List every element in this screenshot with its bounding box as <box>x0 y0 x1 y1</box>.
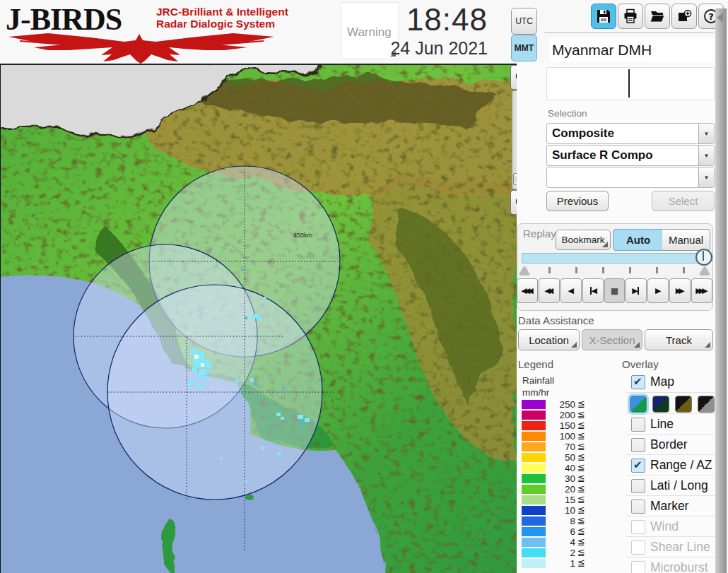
timezone-utc-button[interactable]: UTC <box>511 8 537 35</box>
location-button[interactable]: Location <box>518 329 580 350</box>
play-backward-button[interactable]: ◀ <box>560 278 582 303</box>
precipitation-echo <box>190 349 197 355</box>
map-style-swatches <box>626 392 715 414</box>
panel-scroll-strip[interactable] <box>715 8 727 573</box>
overlay-item-label: Microburst <box>650 560 708 573</box>
timezone-mmt-button[interactable]: MMT <box>511 35 537 61</box>
precipitation-echo <box>264 297 266 299</box>
legend-swatch <box>522 453 546 462</box>
print-button[interactable] <box>618 4 643 29</box>
wind-checkbox[interactable] <box>631 520 645 534</box>
map-style-1-swatch[interactable] <box>630 396 647 413</box>
chevron-down-icon[interactable]: ▼ <box>698 146 714 165</box>
replay-mode-auto-button[interactable]: Auto <box>613 229 664 251</box>
legend-value: 8 <box>547 516 575 526</box>
legend-operator: ≦ <box>577 483 585 494</box>
skip-to-end-button[interactable]: ▶ <box>626 278 647 303</box>
line-checkbox[interactable] <box>631 418 645 432</box>
shear-line-checkbox[interactable] <box>631 540 645 555</box>
legend-value: 150 <box>547 420 575 431</box>
play-backward-icon: ◀ <box>569 286 572 295</box>
track-button[interactable]: Track <box>645 329 713 350</box>
dropdown-extra[interactable]: ▼ <box>546 167 715 188</box>
stop-button[interactable]: ■ <box>604 278 626 303</box>
timeline-tick <box>683 267 685 273</box>
legend-swatch <box>522 495 546 504</box>
overlay-item-label: Shear Line <box>650 540 710 555</box>
replay-mode-manual-button[interactable]: Manual <box>662 229 710 251</box>
fast-backward-icon: ◀◀ <box>546 286 552 295</box>
timeline-tick <box>602 267 604 273</box>
clock-time: 18:48 <box>382 3 488 37</box>
bookmark-button[interactable]: Bookmark <box>556 230 611 250</box>
skip-to-start-button[interactable]: ◀ <box>582 278 604 303</box>
header-bar: J-BIRDS JRC-Brilliant & Intelligent Rada… <box>0 0 728 64</box>
legend-operator: ≦ <box>577 547 585 557</box>
legend-swatch <box>522 548 546 557</box>
timeline-tick <box>629 267 631 273</box>
lati-long-checkbox[interactable] <box>631 479 645 493</box>
overlay-item-label: Range / AZ <box>650 458 712 473</box>
open-folder-icon <box>650 8 665 24</box>
precipitation-echo <box>241 268 244 271</box>
timeline-start-marker[interactable] <box>519 266 529 275</box>
precipitation-echo <box>207 365 211 370</box>
range-az-checkbox[interactable] <box>631 459 645 473</box>
x-section-button[interactable]: X-Section <box>582 329 642 350</box>
jump-forward-button[interactable]: ▶▶▶ <box>691 278 712 303</box>
replay-slider-thumb[interactable] <box>695 249 712 266</box>
jump-backward-icon: ◀◀◀ <box>522 286 532 295</box>
map-style-3-swatch[interactable] <box>675 396 692 413</box>
legend-value: 30 <box>547 473 575 484</box>
jump-forward-icon: ▶▶▶ <box>697 286 706 295</box>
chevron-down-icon[interactable]: ▼ <box>698 167 714 187</box>
fast-forward-button[interactable]: ▶▶ <box>669 278 691 303</box>
replay-label: Replay <box>523 228 556 240</box>
replay-timeline-slider[interactable] <box>522 253 708 264</box>
legend-operator: ≦ <box>577 441 585 451</box>
overlay-label: Overlay <box>622 358 659 370</box>
precipitation-echo <box>298 415 303 419</box>
save-button[interactable] <box>591 4 616 29</box>
legend-value: 40 <box>547 463 575 473</box>
data-assistance-label: Data Assistance <box>518 314 594 326</box>
product-info-fields <box>546 67 715 100</box>
dropdown-category[interactable]: Composite ▼ <box>546 123 715 144</box>
select-button[interactable]: Select <box>652 191 715 211</box>
jbirds-application-window: J-BIRDS JRC-Brilliant & Intelligent Rada… <box>0 0 728 573</box>
svg-text:?: ? <box>708 11 714 22</box>
precipitation-echo <box>249 378 254 382</box>
legend-operator: ≦ <box>577 451 585 462</box>
overlay-item-label: Marker <box>650 499 688 514</box>
legend-operator: ≦ <box>577 430 585 441</box>
open-folder-button[interactable] <box>645 4 670 29</box>
precipitation-echo <box>300 423 304 425</box>
legend-value: 15 <box>547 495 575 505</box>
overlay-row-map: Map <box>626 372 715 392</box>
header-separator <box>544 33 714 33</box>
chevron-down-icon[interactable]: ▼ <box>698 124 714 143</box>
legend-value: 250 <box>547 399 575 410</box>
fast-backward-button[interactable]: ◀◀ <box>539 278 560 303</box>
legend-unit-line2: mm/hr <box>522 387 549 398</box>
map-checkbox[interactable] <box>631 375 645 389</box>
microburst-checkbox[interactable] <box>631 561 645 573</box>
legend-value: 200 <box>547 410 575 420</box>
radar-map-viewport[interactable]: 450km <box>0 64 517 573</box>
jump-backward-button[interactable]: ◀◀◀ <box>517 278 538 303</box>
legend-value: 6 <box>547 526 575 537</box>
save-icon <box>596 8 611 24</box>
previous-button[interactable]: Previous <box>546 191 609 211</box>
clock-display: 18:48 24 Jun 2021 <box>382 3 488 59</box>
screen-capture-button[interactable] <box>671 4 697 29</box>
dropdown-product[interactable]: Surface R Compo ▼ <box>546 145 715 166</box>
border-checkbox[interactable] <box>631 438 645 452</box>
legend-value: 100 <box>547 431 575 442</box>
play-forward-button[interactable]: ▶ <box>647 278 669 303</box>
map-style-2-swatch[interactable] <box>652 396 669 413</box>
screen-capture-icon <box>676 8 692 24</box>
timeline-end-marker[interactable] <box>700 266 710 275</box>
marker-checkbox[interactable] <box>631 500 645 514</box>
map-style-4-swatch[interactable] <box>698 396 715 413</box>
collapse-panel-icon[interactable] <box>717 13 723 23</box>
